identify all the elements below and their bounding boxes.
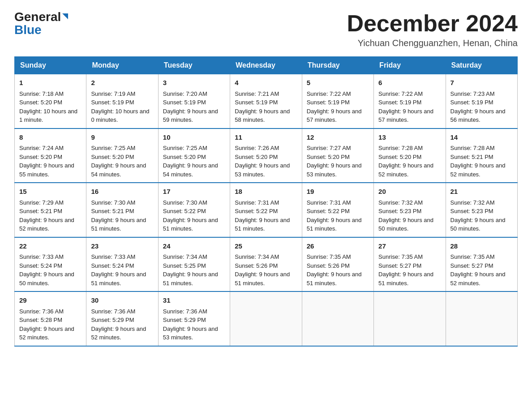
calendar-cell: 24Sunrise: 7:34 AMSunset: 5:25 PMDayligh… [158, 237, 230, 292]
calendar-cell: 9Sunrise: 7:25 AMSunset: 5:20 PMDaylight… [86, 128, 158, 183]
calendar-cell: 14Sunrise: 7:28 AMSunset: 5:21 PMDayligh… [446, 128, 517, 183]
page-header: General Blue December 2024 Yichuan Cheng… [14, 11, 518, 48]
day-number: 18 [235, 187, 297, 197]
weekday-header-friday: Friday [374, 57, 446, 74]
calendar-cell: 16Sunrise: 7:30 AMSunset: 5:21 PMDayligh… [86, 183, 158, 237]
month-title: December 2024 [347, 11, 518, 36]
calendar-cell [446, 291, 517, 346]
day-number: 17 [163, 187, 225, 197]
day-number: 27 [378, 241, 441, 252]
day-info: Sunrise: 7:22 AMSunset: 5:19 PMDaylight:… [307, 90, 362, 124]
day-info: Sunrise: 7:29 AMSunset: 5:21 PMDaylight:… [19, 199, 74, 232]
day-info: Sunrise: 7:28 AMSunset: 5:20 PMDaylight:… [378, 145, 433, 178]
week-row-5: 29Sunrise: 7:36 AMSunset: 5:28 PMDayligh… [15, 291, 518, 346]
day-info: Sunrise: 7:30 AMSunset: 5:21 PMDaylight:… [91, 199, 146, 232]
day-info: Sunrise: 7:32 AMSunset: 5:23 PMDaylight:… [450, 199, 506, 232]
calendar-cell: 1Sunrise: 7:18 AMSunset: 5:20 PMDaylight… [15, 74, 86, 128]
weekday-header-thursday: Thursday [302, 57, 373, 74]
calendar-cell: 10Sunrise: 7:25 AMSunset: 5:20 PMDayligh… [158, 128, 230, 183]
weekday-header-tuesday: Tuesday [158, 57, 230, 74]
day-info: Sunrise: 7:35 AMSunset: 5:27 PMDaylight:… [378, 253, 433, 287]
calendar-cell: 29Sunrise: 7:36 AMSunset: 5:28 PMDayligh… [15, 291, 86, 346]
day-number: 7 [450, 78, 513, 88]
day-info: Sunrise: 7:27 AMSunset: 5:20 PMDaylight:… [307, 145, 362, 178]
calendar-cell: 15Sunrise: 7:29 AMSunset: 5:21 PMDayligh… [15, 183, 86, 237]
title-area: December 2024 Yichuan Chengguanzhen, Hen… [347, 11, 518, 48]
day-number: 11 [235, 133, 297, 143]
calendar-cell: 4Sunrise: 7:21 AMSunset: 5:19 PMDaylight… [230, 74, 302, 128]
day-info: Sunrise: 7:24 AMSunset: 5:20 PMDaylight:… [19, 145, 74, 178]
weekday-header-wednesday: Wednesday [230, 57, 302, 74]
calendar-cell [374, 291, 446, 346]
calendar-cell: 23Sunrise: 7:33 AMSunset: 5:24 PMDayligh… [86, 237, 158, 292]
day-number: 29 [19, 295, 82, 306]
day-number: 2 [91, 78, 153, 88]
weekday-header-row: SundayMondayTuesdayWednesdayThursdayFrid… [15, 57, 518, 74]
calendar-cell: 25Sunrise: 7:34 AMSunset: 5:26 PMDayligh… [230, 237, 302, 292]
calendar-cell: 27Sunrise: 7:35 AMSunset: 5:27 PMDayligh… [374, 237, 446, 292]
day-number: 16 [91, 187, 153, 197]
calendar-cell: 11Sunrise: 7:26 AMSunset: 5:20 PMDayligh… [230, 128, 302, 183]
day-number: 9 [91, 133, 153, 143]
day-info: Sunrise: 7:30 AMSunset: 5:22 PMDaylight:… [163, 199, 218, 232]
day-number: 24 [163, 241, 225, 252]
calendar-cell [302, 291, 373, 346]
day-number: 4 [235, 78, 297, 88]
calendar-cell: 12Sunrise: 7:27 AMSunset: 5:20 PMDayligh… [302, 128, 373, 183]
calendar-table: SundayMondayTuesdayWednesdayThursdayFrid… [14, 56, 518, 347]
day-number: 26 [307, 241, 369, 252]
calendar-cell: 17Sunrise: 7:30 AMSunset: 5:22 PMDayligh… [158, 183, 230, 237]
day-info: Sunrise: 7:34 AMSunset: 5:25 PMDaylight:… [163, 253, 218, 287]
week-row-4: 22Sunrise: 7:33 AMSunset: 5:24 PMDayligh… [15, 237, 518, 292]
calendar-cell: 5Sunrise: 7:22 AMSunset: 5:19 PMDaylight… [302, 74, 373, 128]
day-info: Sunrise: 7:25 AMSunset: 5:20 PMDaylight:… [91, 145, 146, 178]
day-number: 13 [378, 133, 441, 143]
day-number: 23 [91, 241, 153, 252]
day-number: 14 [450, 133, 513, 143]
calendar-cell [230, 291, 302, 346]
day-number: 21 [450, 187, 513, 197]
calendar-cell: 21Sunrise: 7:32 AMSunset: 5:23 PMDayligh… [446, 183, 517, 237]
day-info: Sunrise: 7:18 AMSunset: 5:20 PMDaylight:… [19, 90, 77, 124]
calendar-cell: 19Sunrise: 7:31 AMSunset: 5:22 PMDayligh… [302, 183, 373, 237]
day-info: Sunrise: 7:34 AMSunset: 5:26 PMDaylight:… [235, 253, 290, 287]
day-info: Sunrise: 7:20 AMSunset: 5:19 PMDaylight:… [163, 90, 218, 124]
day-number: 22 [19, 241, 82, 252]
day-info: Sunrise: 7:19 AMSunset: 5:19 PMDaylight:… [91, 90, 149, 124]
day-number: 31 [163, 295, 225, 306]
day-info: Sunrise: 7:22 AMSunset: 5:19 PMDaylight:… [378, 90, 433, 124]
calendar-cell: 6Sunrise: 7:22 AMSunset: 5:19 PMDaylight… [374, 74, 446, 128]
day-info: Sunrise: 7:23 AMSunset: 5:19 PMDaylight:… [450, 90, 506, 124]
day-number: 20 [378, 187, 441, 197]
calendar-cell: 30Sunrise: 7:36 AMSunset: 5:29 PMDayligh… [86, 291, 158, 346]
day-info: Sunrise: 7:33 AMSunset: 5:24 PMDaylight:… [19, 253, 74, 287]
logo-text-blue: Blue [14, 23, 42, 37]
day-number: 6 [378, 78, 441, 88]
day-info: Sunrise: 7:36 AMSunset: 5:29 PMDaylight:… [163, 308, 218, 341]
day-number: 1 [19, 78, 82, 88]
day-info: Sunrise: 7:28 AMSunset: 5:21 PMDaylight:… [450, 145, 506, 178]
location-subtitle: Yichuan Chengguanzhen, Henan, China [347, 38, 518, 48]
week-row-3: 15Sunrise: 7:29 AMSunset: 5:21 PMDayligh… [15, 183, 518, 237]
weekday-header-monday: Monday [86, 57, 158, 74]
weekday-header-sunday: Sunday [15, 57, 86, 74]
logo-text-general: General [14, 11, 68, 23]
day-number: 25 [235, 241, 297, 252]
day-info: Sunrise: 7:31 AMSunset: 5:22 PMDaylight:… [235, 199, 290, 232]
day-number: 30 [91, 295, 153, 306]
day-info: Sunrise: 7:32 AMSunset: 5:23 PMDaylight:… [378, 199, 433, 232]
weekday-header-saturday: Saturday [446, 57, 517, 74]
calendar-cell: 2Sunrise: 7:19 AMSunset: 5:19 PMDaylight… [86, 74, 158, 128]
day-info: Sunrise: 7:26 AMSunset: 5:20 PMDaylight:… [235, 145, 290, 178]
day-info: Sunrise: 7:35 AMSunset: 5:26 PMDaylight:… [307, 253, 362, 287]
day-info: Sunrise: 7:35 AMSunset: 5:27 PMDaylight:… [450, 253, 506, 287]
calendar-cell: 26Sunrise: 7:35 AMSunset: 5:26 PMDayligh… [302, 237, 373, 292]
day-info: Sunrise: 7:21 AMSunset: 5:19 PMDaylight:… [235, 90, 290, 124]
calendar-cell: 7Sunrise: 7:23 AMSunset: 5:19 PMDaylight… [446, 74, 517, 128]
calendar-cell: 20Sunrise: 7:32 AMSunset: 5:23 PMDayligh… [374, 183, 446, 237]
day-info: Sunrise: 7:36 AMSunset: 5:29 PMDaylight:… [91, 308, 146, 341]
day-number: 3 [163, 78, 225, 88]
day-info: Sunrise: 7:36 AMSunset: 5:28 PMDaylight:… [19, 308, 74, 341]
week-row-1: 1Sunrise: 7:18 AMSunset: 5:20 PMDaylight… [15, 74, 518, 128]
day-number: 12 [307, 133, 369, 143]
